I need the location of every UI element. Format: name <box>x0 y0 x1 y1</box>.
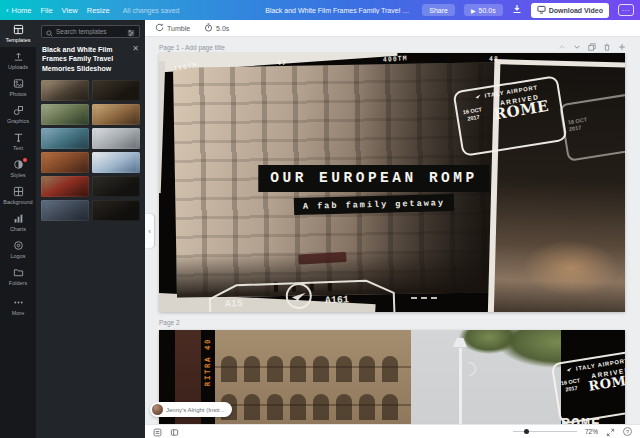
sidebar-item-graphics[interactable]: Graphics <box>0 101 36 128</box>
templates-icon <box>13 24 24 35</box>
zoom-percentage: 72% <box>585 428 598 435</box>
duration-button[interactable]: 5.0s <box>204 23 229 33</box>
timer-icon <box>204 23 213 33</box>
page1-title[interactable]: Page 1 - Add page title <box>159 44 225 51</box>
document-title[interactable]: Black and White Film Frames Family Trave… <box>265 7 413 14</box>
page2-title[interactable]: Page 2 <box>159 319 180 326</box>
logos-icon <box>13 240 24 251</box>
track-name: Jenny's Alright (Instr... <box>166 407 225 413</box>
styles-notification-dot <box>23 158 27 162</box>
uploads-icon <box>13 51 24 62</box>
template-set-title: Black and White Film Frames Family Trave… <box>42 45 128 73</box>
move-page-down-icon[interactable] <box>573 43 581 52</box>
home-button[interactable]: ‹ Home <box>6 6 32 15</box>
colosseum-arches <box>221 356 398 382</box>
film-frame-number: 47 <box>277 59 287 67</box>
background-icon <box>13 186 24 197</box>
template-thumbnail[interactable] <box>41 104 89 125</box>
film-frame-edge <box>159 61 165 193</box>
fullscreen-icon[interactable] <box>606 423 615 438</box>
templates-panel: Black and White Film Frames Family Trave… <box>36 20 145 438</box>
save-status: All changes saved <box>123 7 180 14</box>
panel-collapse-button[interactable]: ‹ <box>145 214 154 248</box>
svg-text:A161: A161 <box>325 294 349 306</box>
photos-icon <box>13 78 24 89</box>
template-thumbnail[interactable] <box>92 200 140 221</box>
film-brand-text: RITRA 40 <box>203 338 212 386</box>
airplane-icon <box>566 365 574 374</box>
colosseum-photo[interactable] <box>215 330 411 438</box>
passport-entry-stamp[interactable]: A15 A161 03 JUL 2018 <box>206 276 397 312</box>
more-dots-icon <box>13 297 24 308</box>
sidebar-item-logos[interactable]: Logos <box>0 236 36 263</box>
sidebar-item-more[interactable]: More <box>0 293 36 320</box>
top-bar: ‹ Home File View Resize All changes save… <box>0 0 640 20</box>
left-icon-sidebar: Templates Uploads Photos Graphics <box>0 20 36 438</box>
sidebar-item-text[interactable]: Text <box>0 128 36 155</box>
notes-icon[interactable] <box>153 423 162 438</box>
slide-title-text[interactable]: OUR EUROPEAN ROMP <box>258 165 489 192</box>
styles-icon <box>13 159 24 170</box>
page2-header: Page 2 <box>159 319 626 326</box>
sidebar-item-uploads[interactable]: Uploads <box>0 47 36 74</box>
design-page-2[interactable]: RITRA 40 ITALY AIRPORT <box>159 330 625 438</box>
audio-track-pill[interactable]: Jenny's Alright (Instr... <box>150 402 232 417</box>
sidebar-item-folders[interactable]: Folders <box>0 263 36 290</box>
text-icon <box>13 132 24 143</box>
move-page-up-icon[interactable] <box>558 43 566 52</box>
video-monitor-icon <box>537 5 546 15</box>
track-artwork <box>152 404 163 415</box>
sidebar-item-charts[interactable]: Charts <box>0 209 36 236</box>
template-thumbnail[interactable] <box>92 128 140 149</box>
template-thumbnail[interactable] <box>41 200 89 221</box>
status-bar: 72% ? <box>145 424 640 438</box>
airplane-icon <box>474 92 482 101</box>
colosseum-arches <box>221 394 398 420</box>
sidebar-item-styles[interactable]: Styles <box>0 155 36 182</box>
film-mark: 400TM <box>383 54 408 63</box>
close-icon[interactable]: ✕ <box>132 45 139 53</box>
template-thumbnail[interactable] <box>41 152 89 173</box>
play-preview-button[interactable]: ▶ 50.0s <box>464 4 503 16</box>
more-options-button[interactable]: ··· <box>618 4 634 16</box>
back-chevron-icon: ‹ <box>6 6 9 15</box>
sidebar-item-background[interactable]: Background <box>0 182 36 209</box>
canvas-area: Tumble 5.0s Page 1 - Add page title <box>145 20 640 438</box>
template-thumbnail[interactable] <box>92 80 140 101</box>
sidebar-item-photos[interactable]: Photos <box>0 74 36 101</box>
canvas-toolbar: Tumble 5.0s <box>145 20 640 37</box>
stamp-dashes <box>411 297 437 299</box>
zoom-slider[interactable] <box>513 431 577 433</box>
duplicate-page-icon[interactable] <box>588 43 596 52</box>
menu-resize[interactable]: Resize <box>87 6 110 15</box>
menu-file[interactable]: File <box>41 6 53 15</box>
search-input[interactable] <box>56 28 124 35</box>
design-page-1[interactable]: 400TM 47 400TM 48 OUR EUROPEAN ROMP A fa… <box>159 53 625 312</box>
add-page-icon[interactable] <box>618 43 626 52</box>
template-thumbnail[interactable] <box>92 152 140 173</box>
template-grid <box>41 80 140 221</box>
search-icon <box>46 23 53 41</box>
download-video-button[interactable]: Download Video <box>531 3 609 18</box>
search-box[interactable] <box>41 25 140 38</box>
template-thumbnail[interactable] <box>92 176 140 197</box>
delete-page-icon[interactable] <box>603 43 611 52</box>
play-icon: ▶ <box>471 7 476 14</box>
template-thumbnail[interactable] <box>41 128 89 149</box>
template-thumbnail[interactable] <box>41 80 89 101</box>
template-thumbnail[interactable] <box>92 104 140 125</box>
animation-button[interactable]: Tumble <box>155 23 190 33</box>
filter-icon[interactable] <box>127 23 135 41</box>
film-frame-number: 48 <box>489 55 499 63</box>
pages-view-icon[interactable] <box>170 423 179 438</box>
help-icon[interactable]: ? <box>623 427 632 436</box>
share-button[interactable]: Share <box>422 4 455 16</box>
download-icon[interactable] <box>512 4 522 16</box>
menu-view[interactable]: View <box>62 6 78 15</box>
folders-icon <box>13 267 24 278</box>
zoom-slider-handle[interactable] <box>524 429 529 434</box>
template-thumbnail[interactable] <box>41 176 89 197</box>
canva-editor: ‹ Home File View Resize All changes save… <box>0 0 640 438</box>
animation-icon <box>155 23 164 33</box>
sidebar-item-templates[interactable]: Templates <box>0 20 36 47</box>
